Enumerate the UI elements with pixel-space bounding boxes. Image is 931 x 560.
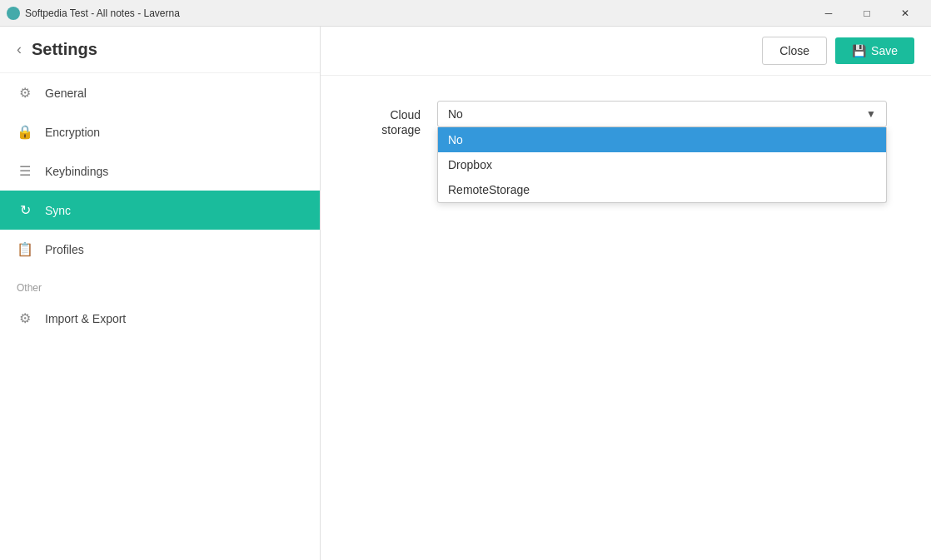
sidebar-item-label-general: General (45, 87, 87, 100)
dropdown-selected[interactable]: No ▼ (437, 101, 887, 127)
sidebar-item-general[interactable]: ⚙ General (0, 73, 320, 112)
sidebar-item-label-profiles: Profiles (45, 243, 84, 256)
back-button[interactable]: ‹ (17, 41, 22, 58)
dropdown-option-dropbox[interactable]: Dropbox (438, 152, 886, 177)
other-section-label: Other (0, 269, 320, 299)
sidebar-header: ‹ Settings (0, 27, 320, 73)
sidebar-item-label-sync: Sync (45, 204, 71, 217)
keybindings-icon: ☰ (17, 163, 33, 179)
sidebar-item-label-keybindings: Keybindings (45, 165, 108, 178)
app-container: ‹ Settings ⚙ General 🔒 Encryption ☰ Keyb… (0, 27, 931, 560)
sidebar-nav: ⚙ General 🔒 Encryption ☰ Keybindings ↻ S… (0, 73, 320, 560)
sidebar-item-import-export[interactable]: ⚙ Import & Export (0, 299, 320, 338)
close-button[interactable]: Close (762, 37, 827, 65)
window-title: Softpedia Test - All notes - Laverna (25, 7, 809, 19)
encryption-icon: 🔒 (17, 124, 33, 140)
maximize-button[interactable]: □ (848, 0, 886, 27)
cloud-storage-control: No ▼ No Dropbox RemoteStorage (437, 101, 887, 127)
import-export-icon: ⚙ (17, 310, 33, 326)
chevron-down-icon: ▼ (866, 108, 876, 120)
sidebar-item-label-import-export: Import & Export (45, 312, 126, 325)
dropdown-option-remotestorage[interactable]: RemoteStorage (438, 177, 886, 202)
sidebar-item-sync[interactable]: ↻ Sync (0, 191, 320, 230)
content-body: Cloudstorage No ▼ No Dropbox RemoteStora… (321, 76, 931, 560)
dropdown-option-no[interactable]: No (438, 127, 886, 152)
sidebar: ‹ Settings ⚙ General 🔒 Encryption ☰ Keyb… (0, 27, 321, 560)
profiles-icon: 📋 (17, 241, 33, 257)
sidebar-item-profiles[interactable]: 📋 Profiles (0, 230, 320, 269)
close-window-button[interactable]: ✕ (886, 0, 924, 27)
dropdown-menu: No Dropbox RemoteStorage (437, 127, 887, 203)
content-area: Close 💾 Save Cloudstorage No ▼ No (321, 27, 931, 560)
save-button[interactable]: 💾 Save (835, 37, 914, 64)
save-label: Save (871, 44, 898, 57)
sidebar-item-encryption[interactable]: 🔒 Encryption (0, 112, 320, 151)
minimize-button[interactable]: ─ (809, 0, 848, 27)
settings-title: Settings (32, 40, 97, 59)
sync-icon: ↻ (17, 202, 33, 218)
window-controls: ─ □ ✕ (809, 0, 924, 27)
app-icon (7, 7, 20, 20)
cloud-storage-label: Cloudstorage (354, 101, 421, 137)
cloud-storage-dropdown: No ▼ No Dropbox RemoteStorage (437, 101, 887, 127)
cloud-storage-row: Cloudstorage No ▼ No Dropbox RemoteStora… (354, 101, 898, 137)
general-icon: ⚙ (17, 85, 33, 101)
save-icon: 💾 (852, 44, 866, 57)
dropdown-selected-value: No (448, 107, 463, 121)
content-header: Close 💾 Save (321, 27, 931, 76)
sidebar-item-label-encryption: Encryption (45, 126, 100, 139)
sidebar-item-keybindings[interactable]: ☰ Keybindings (0, 151, 320, 191)
titlebar: Softpedia Test - All notes - Laverna ─ □… (0, 0, 931, 27)
